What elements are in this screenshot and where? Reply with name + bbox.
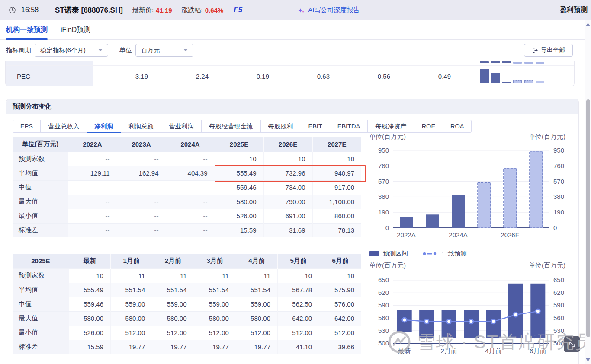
svg-text:500: 500 [553,339,564,347]
table-cell: 11 [152,268,194,283]
row-label: 平均值 [13,166,68,180]
unit-select-value: 百万元 [141,46,183,54]
annual-forecast-table: 单位(百万元)2022A2023A2024A2025E2026E2027E预测家… [13,137,361,237]
peg-value-cell: 0.56 [336,73,396,80]
peg-row-values: 3.192.240.190.630.560.49 [93,73,457,80]
table-cell: -- [166,152,215,166]
table-row: 最小值526.00512.00512.00512.00512.00512.005… [13,326,361,340]
table-cell: -- [68,223,117,237]
metric-tab-10[interactable]: ROE [414,120,443,133]
table-cell: 576.00 [319,297,361,311]
table-cell: 860.00 [312,209,361,223]
metric-tab-11[interactable]: ROA [443,120,472,133]
peg-mini-bar [502,82,511,83]
table-cell: 512.00 [111,326,152,340]
svg-text:2024A: 2024A [449,231,467,239]
period-select[interactable]: 稳定指标(6个月) [35,44,108,57]
row-label: 平均值 [13,283,69,297]
monthly-forecast-table: 2025E最新1月前2月前3月前4月前5月前6月前预测家数10111111111… [13,254,361,354]
change-value: 0.64% [205,6,224,14]
table-header-cell: 6月前 [319,254,361,268]
row-label: 最大值 [13,311,69,326]
mini-chart-partial [513,62,522,64]
chart1-unit-label-left: 单位(百万元) [369,133,406,141]
unit-filter-label: 单位 [119,46,132,54]
ai-report-link[interactable]: ✦✦ AI写公司深度报告 [298,6,360,14]
table-cell: 11 [111,268,152,283]
table-cell: 691.00 [263,209,312,223]
svg-text:570: 570 [553,178,564,185]
table-cell: -- [166,223,215,237]
table-cell: 567.78 [277,283,319,297]
table-cell: -- [166,180,215,195]
table-cell: 19.77 [194,340,236,354]
svg-text:950: 950 [553,147,564,154]
table-cell: 19.77 [111,340,152,354]
table-cell: -- [68,209,117,223]
row-label: 预测家数 [13,152,68,166]
scroll-up-arrow-icon[interactable] [586,23,590,26]
table-header-cell: 2月前 [152,254,194,268]
clock-icon [9,6,16,14]
legend-bar-label: 预测区间 [383,249,408,258]
peg-row-label: PEG [6,73,93,80]
table-cell: 512.00 [152,326,194,340]
peg-value-cell: 0.49 [396,73,457,80]
section-title: 预测分布变化 [6,99,578,114]
svg-text:190: 190 [553,208,564,216]
metric-tab-8[interactable]: EBITDA [330,120,368,133]
metric-tab-2[interactable]: 净利润 [87,120,122,133]
metric-tab-5[interactable]: 每股经营现金流 [201,120,261,133]
metric-tab-3[interactable]: 利润总额 [121,120,161,133]
metric-tab-0[interactable]: EPS [13,120,41,133]
table-cell: -- [117,209,166,223]
legend-line-icon [423,251,438,256]
table-cell: 551.54 [194,283,236,297]
main-tab-bar: 机构一致预测 iFinD预测 [0,20,585,40]
table-cell: 555.49 [69,283,110,297]
chart-legend: 预测区间 一致预测 [369,249,467,258]
scrollbar-thumb[interactable] [586,99,590,337]
unit-select[interactable]: 百万元 [135,44,193,57]
svg-text:6月前: 6月前 [530,347,546,354]
scroll-down-arrow-icon[interactable] [586,358,590,361]
svg-text:760: 760 [553,162,564,169]
row-label: 最小值 [13,326,69,340]
metric-tab-1[interactable]: 营业总收入 [40,120,87,133]
row-label: 最大值 [13,195,68,209]
table-cell: -- [117,223,166,237]
expand-arrow-icon [568,340,576,348]
export-all-button[interactable]: 导出全部 [524,44,573,57]
mini-chart-partial [536,62,544,64]
metric-tab-9[interactable]: 每股净资产 [367,120,414,133]
stock-title: ST诺泰 [688076.SH] [55,5,123,15]
metric-tab-4[interactable]: 营业利润 [161,120,202,133]
svg-text:590: 590 [553,301,564,309]
export-all-label: 导出全部 [541,46,565,54]
svg-text:620: 620 [553,289,564,296]
table-cell: 551.54 [152,283,194,297]
table-cell: 10 [319,268,361,283]
tab-consensus-forecast[interactable]: 机构一致预测 [6,20,48,40]
table-cell: 404.39 [166,166,215,180]
table-cell: 562.50 [277,297,319,311]
metric-tab-7[interactable]: EBIT [301,120,330,133]
forecast-distribution-section: 预测分布变化 EPS营业总收入净利润利润总额营业利润每股经营现金流每股股利EBI… [6,99,579,364]
peg-value-cell: 0.19 [215,73,275,80]
row-label: 中值 [13,297,69,311]
table-cell: 559.00 [111,297,152,311]
chart-expand-button[interactable] [564,336,580,352]
table-row: 平均值129.11162.94404.39555.49732.96940.97 [13,166,361,180]
table-header-cell: 单位(百万元) [13,137,68,152]
table-cell: 10 [215,152,263,166]
metric-tab-6[interactable]: 每股股利 [260,120,301,133]
table-cell: 11 [194,268,236,283]
table-cell: 790.00 [263,195,312,209]
tab-ifind-forecast[interactable]: iFinD预测 [61,20,90,40]
change-label: 涨跌幅: [182,6,203,14]
table-header-cell: 2027E [312,137,361,152]
table-cell: -- [117,180,166,195]
peg-mini-chart [480,69,553,83]
table-cell: 1,100.00 [312,195,361,209]
svg-text:2月前: 2月前 [440,347,457,354]
